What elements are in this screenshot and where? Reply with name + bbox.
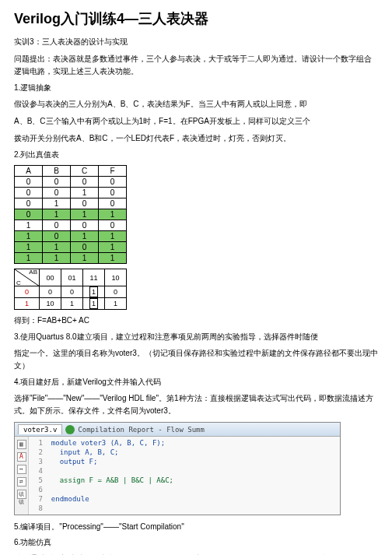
problem-statement: 问题提出：表决器就是多数通过事件，三个人参与表决，大于或等于二人即为通过。请设计… bbox=[14, 53, 378, 78]
kmap-ab-label: AB bbox=[29, 269, 37, 276]
kmap-table: AB C 00011110 00010 110111 bbox=[14, 269, 127, 310]
expression: 得到：F=AB+BC+ AC bbox=[14, 314, 378, 327]
page-title: Verilog入门训练4—三人表决器 bbox=[14, 9, 378, 28]
tool-icon[interactable]: ▦ bbox=[17, 440, 26, 449]
tool-icon[interactable]: ⇄ bbox=[17, 477, 26, 487]
truth-row: 1101 bbox=[15, 242, 127, 253]
section-6: 6.功能仿真 bbox=[14, 537, 378, 548]
section-3-p: 指定一个。这里的项目名称为voter3。（切记项目保存路径和实验过程中新建的文件… bbox=[14, 347, 378, 372]
kmap-row-1: 110111 bbox=[15, 298, 127, 310]
truth-row: 0100 bbox=[15, 198, 127, 209]
section-2: 2.列出真值表 bbox=[14, 149, 378, 160]
truth-row: 1000 bbox=[15, 220, 127, 231]
editor-tab-report[interactable]: Compilation Report - Flow Summ bbox=[78, 426, 205, 434]
code-editor: voter3.v Compilation Report - Flow Summ … bbox=[14, 422, 341, 515]
section-4: 4.项目建好后，新建Verilog文件并输入代码 bbox=[14, 377, 378, 388]
truth-row: 0000 bbox=[15, 177, 127, 188]
section-3: 3.使用Quartus 8.0建立项目，建立过程和注意事项见前两周的实验指导，选… bbox=[14, 332, 378, 342]
editor-tabbar: voter3.v Compilation Report - Flow Summ bbox=[15, 423, 340, 437]
intro-label: 实训3：三人表决器的设计与实现 bbox=[14, 36, 378, 48]
truth-row: 1111 bbox=[15, 253, 127, 264]
editor-tab-voter3[interactable]: voter3.v bbox=[18, 424, 62, 434]
tool-icon[interactable]: 镇镇 bbox=[17, 490, 26, 499]
tool-icon[interactable]: ↔ bbox=[17, 465, 26, 474]
logic-p2: A、B、C三个输入中有两个或以上为1时，F=1。在FPGA开发板上，同样可以定义… bbox=[14, 115, 378, 128]
truth-row: 0111 bbox=[15, 209, 127, 220]
truth-table: ABCF 00000010010001111000101111011111 bbox=[14, 165, 127, 264]
logic-p1: 假设参与表决的三人分别为A、B、C，表决结果为F。当三人中有两人或以上同意，即 bbox=[14, 98, 378, 111]
success-icon bbox=[65, 425, 75, 434]
truth-row: 0010 bbox=[15, 188, 127, 198]
section-5: 5.编译项目。"Processing"——"Start Compilation" bbox=[14, 522, 378, 532]
code-content: 1 module voter3 (A, B, C, F);2 input A, … bbox=[29, 437, 177, 515]
kmap-c-label: C bbox=[16, 279, 21, 286]
kmap-row-0: 00010 bbox=[15, 286, 127, 298]
editor-toolbar: ▦ A ↔ ⇄ 镇镇 bbox=[15, 437, 29, 515]
section-1: 1.逻辑抽象 bbox=[14, 83, 378, 93]
logic-p3: 拨动开关分别代表A、B和C，一个LED灯代表F，表决通过时，灯亮，否则灯灭。 bbox=[14, 132, 378, 145]
truth-head: ABCF bbox=[15, 166, 127, 177]
tool-icon[interactable]: A bbox=[17, 452, 26, 462]
section-4-p: 选择"File"——"New"——"Verilog HDL file"。第1种方… bbox=[14, 392, 378, 417]
truth-row: 1011 bbox=[15, 231, 127, 242]
